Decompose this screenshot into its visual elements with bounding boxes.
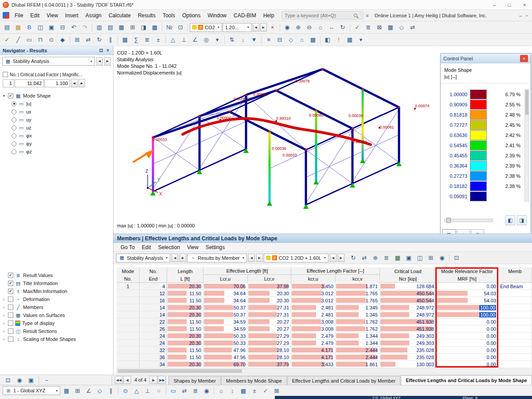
- table-menu-selection[interactable]: Selection: [155, 243, 184, 252]
- mode-table-row[interactable]: 1 11.042 1.100 ◀ ▶: [3, 79, 110, 87]
- panel-options-button[interactable]: ◧: [505, 215, 515, 225]
- magnification-cell[interactable]: 1.100: [44, 79, 70, 87]
- ortho-mode-icon[interactable]: ∠: [83, 385, 94, 396]
- filter-rows-icon[interactable]: ≣: [381, 253, 392, 263]
- grid-toggle-icon[interactable]: ⊞: [72, 385, 83, 396]
- search-input[interactable]: [285, 13, 351, 18]
- save-icon[interactable]: ⊟: [57, 22, 68, 33]
- selection-list-icon[interactable]: ≣: [190, 385, 201, 396]
- mode-option-1[interactable]: ▭ux: [0, 108, 113, 116]
- col-effective-length-factor[interactable]: Effective Length Factor [--] kcr,ukcr,v: [291, 267, 380, 283]
- table-load-combo[interactable]: 2 CO2 1.20D + 1.60L ▾: [264, 254, 329, 262]
- collapse-caret-icon[interactable]: ▾: [2, 94, 6, 98]
- menu-cadbim[interactable]: CAD-BIM: [230, 11, 260, 20]
- snap-center-icon[interactable]: ⊙: [120, 385, 131, 396]
- model-manager-icon[interactable]: ◫: [35, 22, 46, 33]
- mirror-icon[interactable]: ∥: [105, 35, 116, 45]
- checkbox-icon[interactable]: [8, 336, 13, 342]
- next-mode-button[interactable]: ▶: [78, 79, 85, 87]
- menu-insert[interactable]: Insert: [62, 11, 82, 20]
- panel-dock-button[interactable]: ◨: [517, 215, 527, 225]
- data-navigator-tab-icon[interactable]: ⊡: [3, 375, 13, 385]
- menu-view[interactable]: View: [43, 11, 62, 20]
- new-surface-icon[interactable]: ▭: [24, 35, 35, 45]
- results-tables-icon[interactable]: ≣: [363, 22, 374, 33]
- expander-icon[interactable]: ›: [2, 329, 6, 334]
- partial-views-icon[interactable]: ◧: [322, 35, 333, 45]
- control-panel-header[interactable]: Control Panel ×: [441, 54, 531, 63]
- visibility-mode-icon[interactable]: ◇: [396, 22, 407, 33]
- snap-midpoint-icon[interactable]: △: [131, 385, 142, 396]
- maximize-button[interactable]: □: [502, 0, 517, 9]
- origin-reset-icon[interactable]: ⌂: [297, 35, 307, 45]
- control-panel-close-icon[interactable]: ×: [520, 55, 528, 62]
- loads-icon[interactable]: ⇅: [227, 35, 237, 45]
- z-axis-lock-icon[interactable]: ↕: [227, 385, 238, 396]
- table-views-icon[interactable]: ◫: [415, 253, 425, 263]
- zoom-to-selection-icon[interactable]: ⊕: [370, 253, 381, 263]
- previous-analysis-button[interactable]: ◀: [96, 57, 103, 66]
- member-load-icon[interactable]: ▼: [249, 35, 259, 45]
- mode-option-4[interactable]: ▭φx: [0, 132, 113, 140]
- menu-help[interactable]: Help: [260, 11, 278, 20]
- zoom-out-icon[interactable]: ⊖: [304, 22, 315, 33]
- results-navigator-tab-icon[interactable]: ~: [41, 375, 52, 385]
- checkbox-icon[interactable]: [8, 297, 13, 302]
- mode-option-5[interactable]: ▭φy: [0, 140, 113, 148]
- open-model-icon[interactable]: ▦: [13, 22, 23, 33]
- table-results-combo[interactable]: ~ Results by Member ▾: [187, 254, 247, 262]
- table-row[interactable]: 2420.3050.3327.292.4791.344249.3030.00: [117, 340, 532, 347]
- radio-icon[interactable]: [12, 141, 16, 146]
- new-opening-icon[interactable]: ⊓: [35, 35, 46, 45]
- previous-mode-button[interactable]: ◀: [71, 79, 78, 87]
- checkbox-icon[interactable]: [8, 313, 13, 318]
- display-option-5[interactable]: ›▦Values on Surfaces: [0, 311, 113, 319]
- keyword-search-box[interactable]: [282, 11, 364, 20]
- radio-icon[interactable]: [12, 125, 16, 130]
- load-combinations-icon[interactable]: ±: [153, 35, 164, 45]
- table-row[interactable]: 1611.5034.6420.303.0121.765450.54454.03: [117, 297, 532, 304]
- show-results-icon[interactable]: ◉: [282, 22, 293, 33]
- close-button[interactable]: ×: [517, 0, 532, 9]
- col-mode[interactable]: Mode: [117, 267, 139, 275]
- mode-option-6[interactable]: ▭φz: [0, 148, 113, 156]
- menu-restore-icon[interactable]: ▫: [524, 13, 529, 18]
- menu-file[interactable]: File: [11, 11, 27, 20]
- minimize-button[interactable]: –: [487, 0, 502, 9]
- menu-assign[interactable]: Assign: [82, 11, 105, 20]
- load-combination-combo[interactable]: 2 CO2 ▾: [190, 23, 222, 32]
- move-copy-icon[interactable]: ⇄: [83, 35, 94, 45]
- last-page-button[interactable]: ▶▶: [158, 376, 166, 384]
- load-expression-combo[interactable]: 1.20... ▾: [223, 23, 252, 32]
- snap-tangent-icon[interactable]: ○: [153, 385, 164, 396]
- highlight-rows-icon[interactable]: ◉: [437, 253, 447, 263]
- member-rotation-icon[interactable]: ∠: [190, 35, 200, 45]
- views-navigator-tab-icon[interactable]: ▣: [26, 375, 36, 385]
- table-menu-view[interactable]: View: [184, 243, 202, 252]
- prev-load-button[interactable]: ◀: [330, 254, 336, 262]
- color-scales-icon[interactable]: ▦: [344, 35, 355, 45]
- menu-tools[interactable]: Tools: [159, 11, 179, 20]
- hinges-icon[interactable]: ⊥: [179, 35, 189, 45]
- tables-panel-icon[interactable]: ▤: [105, 22, 116, 33]
- display-option-4[interactable]: ›╱Members: [0, 303, 113, 311]
- load-cases-icon[interactable]: ≣: [142, 35, 153, 45]
- mode-number-cell[interactable]: 1: [3, 79, 14, 87]
- table-tab-3[interactable]: Effective Lengths and Critical Loads by …: [401, 375, 532, 385]
- sync-selection-icon[interactable]: ⇄: [359, 253, 370, 263]
- printout-report-icon[interactable]: ▦: [385, 22, 396, 33]
- workplane-origin-icon[interactable]: ⌂: [216, 385, 227, 396]
- slider-thumb[interactable]: [446, 218, 451, 223]
- pan-icon[interactable]: ↔: [326, 22, 337, 33]
- table-row[interactable]: 2211.5034.5920.273.0081.762451.9380.00: [117, 318, 532, 325]
- display-option-8[interactable]: ›↕Scaling of Mode Shapes: [0, 335, 113, 343]
- menu-window[interactable]: Window: [204, 11, 230, 20]
- materials-menu-icon[interactable]: ▾: [212, 35, 223, 45]
- dock-table-icon[interactable]: ⊡: [451, 253, 462, 263]
- table-row[interactable]: 2420.3050.3327.292.4791.344249.3030.00: [117, 332, 532, 340]
- table-row[interactable]: 2611.5034.5920.273.0081.762451.9380.00: [117, 325, 532, 332]
- display-option-1[interactable]: ✓▤Title Information: [0, 279, 113, 287]
- snap-grid-icon[interactable]: ▦: [61, 385, 72, 396]
- guidelines-toggle-icon[interactable]: ∥: [106, 385, 116, 396]
- scale-slider[interactable]: [444, 219, 493, 222]
